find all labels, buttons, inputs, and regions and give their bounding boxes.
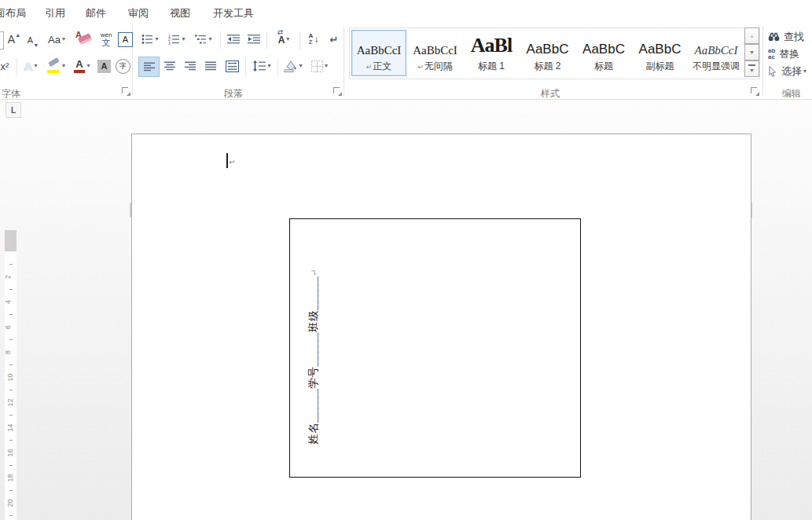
character-shading-letter: A — [101, 61, 108, 71]
style-name: ↵正文 — [352, 60, 406, 73]
character-border-button[interactable]: A — [117, 30, 134, 49]
align-right-icon — [185, 61, 196, 71]
gallery-more-button[interactable]: ▼ — [744, 60, 759, 77]
ruler-number: 14 — [7, 423, 14, 431]
numbering-icon: 1 2 3 — [168, 34, 180, 45]
more-bar — [748, 64, 755, 66]
chevron-down-icon: ▾ — [155, 36, 158, 42]
text-effects-icon: A — [24, 60, 33, 73]
enclose-characters-letter: 字 — [119, 61, 127, 71]
show-hide-marks-button[interactable]: ↵ — [325, 30, 343, 49]
replace-icon: ab ac — [768, 48, 775, 60]
chevron-down-icon: ▾ — [267, 63, 270, 69]
justify-button[interactable] — [200, 57, 220, 75]
character-border-icon: A — [118, 32, 133, 47]
font-dialog-launcher[interactable] — [122, 87, 130, 96]
ruler-tick — [9, 264, 13, 265]
vertical-ruler[interactable]: 246810121416182022242628 — [5, 230, 17, 520]
phonetic-guide-button[interactable]: wén 文 — [97, 29, 116, 49]
superscript-button[interactable]: x² — [0, 57, 13, 75]
styles-group-label: 样式 — [541, 87, 560, 101]
grow-font-button[interactable]: A▲ — [5, 30, 24, 49]
character-shading-icon: A — [97, 60, 111, 73]
document-canvas: 6422468101214161820222426283032343638404… — [0, 100, 812, 520]
gallery-scroll-down-button[interactable]: ▼ — [744, 44, 759, 60]
ruler-tick — [9, 465, 13, 466]
enclose-characters-button[interactable]: 字 — [115, 57, 131, 75]
chevron-down-icon: ▾ — [325, 63, 328, 69]
chevron-down-icon: ▾ — [208, 36, 211, 42]
ruler-tick — [9, 390, 13, 390]
select-button[interactable]: 选择 ▾ — [768, 64, 806, 79]
scroll-up-icon: ▲ — [749, 33, 755, 38]
gallery-scroll-up-button[interactable]: ▲ — [744, 27, 759, 44]
align-right-button[interactable] — [180, 57, 200, 75]
style-item-1[interactable]: AaBbCcI↵正文 — [351, 30, 406, 76]
align-center-icon — [164, 61, 175, 71]
paragraph-group-label: 段落 — [224, 87, 243, 101]
asian-layout-letter: A — [278, 35, 285, 46]
bullets-icon — [141, 34, 153, 45]
chevron-down-icon: ▾ — [86, 63, 90, 69]
character-shading-button[interactable]: A — [96, 57, 112, 75]
multilevel-list-button[interactable]: ▾ — [192, 30, 215, 49]
ribbon-tab-5[interactable]: 视图 — [170, 6, 190, 20]
asian-layout-arrows: ⇄ — [277, 28, 284, 36]
style-name: ↵无间隔 — [409, 60, 462, 73]
paragraph-dialog-launcher[interactable] — [333, 87, 342, 96]
eraser-icon: A — [75, 31, 94, 47]
ribbon-tab-3[interactable]: 邮件 — [86, 6, 106, 20]
style-item-6[interactable]: AaBbC副标题 — [633, 30, 688, 76]
sort-icon: A Z — [309, 33, 314, 46]
ruler-number: 4 — [5, 300, 12, 304]
asian-layout-button[interactable]: ⇄ A ▾ — [270, 30, 297, 49]
page[interactable]: ↵ 姓名______学号______班级______↵ — [131, 134, 751, 520]
grow-font-glyph: A — [8, 33, 15, 46]
font-color-letter: A — [75, 59, 83, 69]
shrink-font-glyph: A — [28, 35, 33, 45]
clear-formatting-button[interactable]: A — [75, 30, 95, 49]
ribbon-tab-6[interactable]: 开发工具 — [213, 6, 254, 20]
tab-stop-selector[interactable]: L — [6, 102, 21, 118]
shrink-font-button[interactable]: A▼ — [24, 31, 42, 49]
style-item-3[interactable]: AaBl标题 1 — [464, 30, 519, 76]
numbering-button[interactable]: 1 2 3 ▾ — [165, 30, 189, 49]
highlight-color-button[interactable]: ▾ — [44, 57, 68, 75]
small-separator — [245, 58, 246, 75]
increase-indent-button[interactable] — [244, 30, 263, 49]
shading-button[interactable]: ▾ — [281, 57, 305, 75]
change-case-button[interactable]: Aa▾ — [44, 30, 69, 49]
replace-button[interactable]: ab ac 替换 — [768, 47, 799, 61]
style-preview: AaBbCcI — [409, 31, 462, 57]
vertical-text-line[interactable]: 姓名______学号______班级______↵ — [307, 269, 321, 445]
ruler-tick — [9, 364, 13, 365]
align-center-button[interactable] — [160, 57, 179, 75]
style-item-5[interactable]: AaBbC标题 — [576, 30, 631, 76]
styles-dialog-launcher[interactable] — [751, 87, 759, 96]
text-box[interactable] — [289, 218, 581, 478]
font-color-button[interactable]: A ▾ — [70, 57, 94, 75]
editing-group-label: 编辑 — [782, 87, 801, 101]
text-effects-button[interactable]: A▾ — [20, 57, 42, 75]
style-item-7[interactable]: AaBbCcI不明显强调 — [689, 30, 744, 76]
style-item-4[interactable]: AaBbC标题 2 — [520, 30, 575, 76]
word-window: 面布局引用邮件审阅视图开发工具 A▲ A▼ Aa▾ A — [0, 0, 812, 520]
borders-button[interactable]: ▾ — [307, 57, 332, 75]
align-left-button[interactable] — [138, 57, 160, 77]
multilevel-list-icon — [195, 34, 207, 45]
distribute-button[interactable] — [222, 57, 243, 75]
style-name: 不明显强调 — [689, 60, 743, 73]
borders-icon — [311, 60, 323, 72]
ribbon-tab-1[interactable]: 面布局 — [0, 6, 26, 20]
find-button[interactable]: 查找 — [768, 30, 804, 44]
decrease-indent-button[interactable] — [224, 30, 243, 49]
chevron-down-icon: ▾ — [34, 63, 37, 69]
bullets-button[interactable]: ▾ — [138, 30, 162, 49]
line-spacing-button[interactable]: ▾ — [248, 57, 275, 75]
ribbon-tab-4[interactable]: 审阅 — [128, 6, 149, 20]
font-size-combo[interactable] — [0, 31, 4, 49]
style-item-2[interactable]: AaBbCcI↵无间隔 — [408, 30, 463, 76]
ribbon-tab-2[interactable]: 引用 — [45, 6, 65, 20]
sort-button[interactable]: A Z ↓ — [303, 30, 324, 49]
style-name: 标题 — [577, 60, 630, 73]
